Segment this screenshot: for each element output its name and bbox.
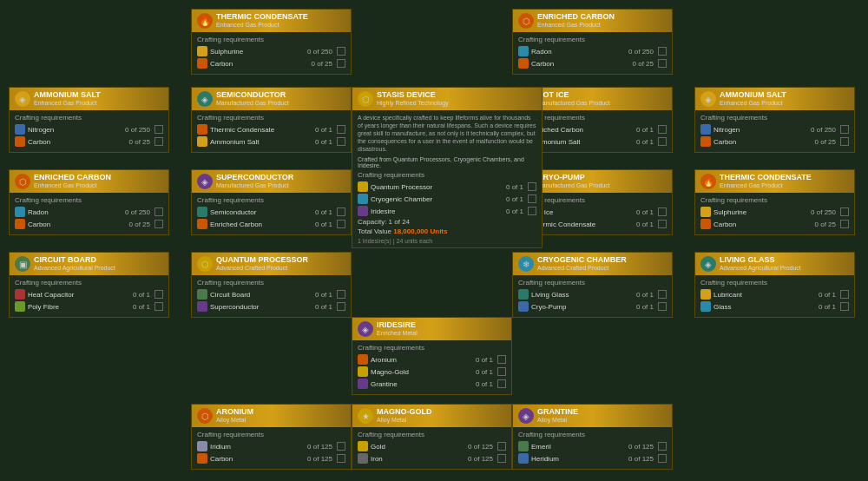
- semiconductor-type: Manufactured Gas Product: [216, 100, 289, 107]
- ingredient-qty: 0 of 25: [815, 221, 836, 228]
- magno_gold-type: Alloy Metal: [377, 417, 432, 424]
- ingredient-icon: [197, 219, 207, 229]
- enriched_carbon_top-type: Enhanced Gas Product: [537, 22, 615, 29]
- thermic_condensate_right-card: 🔥THERMIC CONDENSATEEnhanced Gas ProductC…: [694, 169, 855, 235]
- ammonium_salt_right-crafting-label: Crafting requirements: [700, 114, 849, 122]
- ingredient-row: Sulphurine0 of 250: [197, 46, 345, 56]
- stasis-device-name: STASIS DEVICE: [377, 91, 449, 100]
- stasis-device-card: ⬡ STASIS DEVICE Highly Refined Technolog…: [352, 87, 542, 248]
- ingredient-qty: 0 of 250: [307, 48, 332, 56]
- ingredient-qty: 0 of 1: [133, 291, 150, 299]
- thermic_condensate_right-type: Enhanced Gas Product: [720, 182, 812, 189]
- aronium-card: ⬡ARONIUMAlloy MetalCrafting requirements…: [191, 404, 352, 470]
- ingredient-icon: [518, 289, 529, 300]
- ingredient-name: Semiconductor: [210, 208, 312, 216]
- thermic_condensate_top-name: THERMIC CONDENSATE: [216, 13, 308, 22]
- ingredient-name: Lubricant: [713, 291, 816, 299]
- living_glass-type: Advanced Agricultural Product: [720, 265, 801, 272]
- ingredient-icon: [358, 181, 368, 192]
- ingredient-qty: 0 of 1: [476, 368, 493, 376]
- ingredient-qty: 0 of 125: [307, 443, 332, 451]
- enriched_carbon_left-type: Enhanced Gas Product: [34, 182, 111, 189]
- ingredient-checkbox: [337, 442, 345, 451]
- ingredient-qty: 0 of 250: [811, 208, 836, 216]
- grantine-name: GRANTINE: [537, 408, 578, 417]
- iridesire-title-block: IRIDESIRE Enriched Metal: [377, 321, 418, 337]
- ingredient-name: Emeril: [531, 443, 626, 451]
- cryogenic_chamber-type: Advanced Crafted Product: [537, 265, 627, 272]
- ingredient-checkbox: [497, 367, 506, 376]
- ingredient-name: Carbon: [210, 60, 309, 68]
- circuit_board-body: Crafting requirementsHeat Capacitor0 of …: [10, 275, 168, 317]
- ingredient-name: Poly Fibre: [28, 303, 130, 311]
- aronium-title-block: ARONIUMAlloy Metal: [216, 408, 253, 424]
- ingredient-row: Glass0 of 1: [700, 301, 849, 312]
- ingredient-checkbox: [840, 290, 849, 299]
- ingredient-row: Iron0 of 125: [358, 453, 506, 464]
- living_glass-name: LIVING GLASS: [720, 256, 801, 265]
- ingredient-qty: 0 of 125: [628, 443, 654, 451]
- thermic_condensate_top-icon: 🔥: [197, 13, 213, 29]
- ingredient-checkbox: [337, 290, 345, 299]
- quantum_processor-icon: ⬡: [197, 256, 213, 272]
- ingredient-row: Enriched Carbon0 of 1: [197, 219, 345, 229]
- enriched_carbon_left-card: ⬡ENRICHED CARBONEnhanced Gas ProductCraf…: [9, 169, 169, 235]
- ingredient-checkbox: [497, 379, 506, 388]
- ingredient-row: Carbon0 of 25: [700, 136, 849, 147]
- ingredient-icon: [700, 301, 711, 312]
- ingredient-checkbox: [337, 137, 345, 146]
- ingredient-qty: 0 of 1: [315, 126, 332, 134]
- ammonium_salt_left-crafting-label: Crafting requirements: [15, 114, 163, 122]
- ingredient-icon: [518, 58, 529, 69]
- ingredient-checkbox: [658, 442, 667, 451]
- ingredient-name: Carbon: [210, 455, 305, 463]
- ingredient-name: Heat Capacitor: [28, 291, 130, 299]
- stasis-device-type: Highly Refined Technology: [377, 100, 449, 107]
- enriched_carbon_top-crafting-label: Crafting requirements: [518, 36, 667, 43]
- ingredient-row: Gold0 of 125: [358, 441, 506, 451]
- living_glass-icon: ◈: [700, 256, 716, 272]
- ingredient-checkbox: [337, 220, 345, 228]
- circuit_board-type: Advanced Agricultural Product: [34, 265, 115, 272]
- ingredient-icon: [358, 453, 368, 464]
- ingredient-row: Poly Fibre0 of 1: [15, 301, 163, 312]
- ammonium_salt_left-type: Enhanced Gas Product: [34, 100, 101, 107]
- ingredient-row: Heat Capacitor0 of 1: [15, 289, 163, 300]
- ingredient-row: Living Glass0 of 1: [518, 289, 667, 300]
- ingredient-row: Ammonium Salt0 of 1: [197, 136, 345, 147]
- ingredient-name: Thermic Condensate: [531, 221, 634, 228]
- ingredient-icon: [15, 207, 25, 217]
- circuit_board-icon: ▣: [15, 256, 30, 272]
- ingredient-row: Carbon0 of 25: [197, 58, 345, 69]
- cryogenic_chamber-title-block: CRYOGENIC CHAMBERAdvanced Crafted Produc…: [537, 256, 627, 272]
- ingredient-row: Lubricant0 of 1: [700, 289, 849, 300]
- semiconductor-header: ◈SEMICONDUCTORManufactured Gas Product: [192, 88, 351, 110]
- thermic_condensate_right-body: Crafting requirementsSulphurine0 of 250C…: [695, 193, 854, 234]
- ingredient-checkbox: [658, 290, 667, 299]
- ingredient-name: Ammonium Salt: [210, 138, 312, 146]
- iridesire-crafting-label: Crafting requirements: [358, 344, 506, 352]
- ammonium_salt_right-icon: ◈: [700, 91, 716, 107]
- ammonium_salt_left-icon: ◈: [15, 91, 30, 107]
- ingredient-name: Magno-Gold: [371, 368, 473, 376]
- ingredient-row: Quantum Processor0 of 1: [358, 181, 536, 192]
- ingredient-qty: 0 of 1: [636, 221, 654, 228]
- thermic_condensate_top-type: Enhanced Gas Product: [216, 22, 308, 29]
- ingredient-qty: 0 of 125: [628, 455, 654, 463]
- ingredient-qty: 0 of 1: [315, 221, 332, 228]
- ingredient-name: Circuit Board: [210, 291, 312, 299]
- ingredient-icon: [197, 289, 207, 300]
- ingredient-row: Heridium0 of 125: [518, 453, 667, 464]
- ingredient-name: Quantum Processor: [371, 183, 503, 191]
- thermic_condensate_right-header: 🔥THERMIC CONDENSATEEnhanced Gas Product: [695, 170, 854, 193]
- ammonium_salt_left-name: AMMONIUM SALT: [34, 91, 101, 100]
- ingredient-name: Enriched Carbon: [531, 126, 634, 134]
- hot_ice-type: Manufactured Gas Product: [537, 100, 610, 107]
- ingredient-checkbox: [840, 125, 849, 134]
- ingredient-icon: [197, 301, 207, 312]
- thermic_condensate_right-title-block: THERMIC CONDENSATEEnhanced Gas Product: [720, 174, 812, 189]
- ingredient-checkbox: [155, 302, 163, 311]
- ingredient-row: Carbon0 of 25: [518, 58, 667, 69]
- circuit_board-header: ▣CIRCUIT BOARDAdvanced Agricultural Prod…: [10, 253, 168, 275]
- magno_gold-name: MAGNO-GOLD: [377, 408, 432, 417]
